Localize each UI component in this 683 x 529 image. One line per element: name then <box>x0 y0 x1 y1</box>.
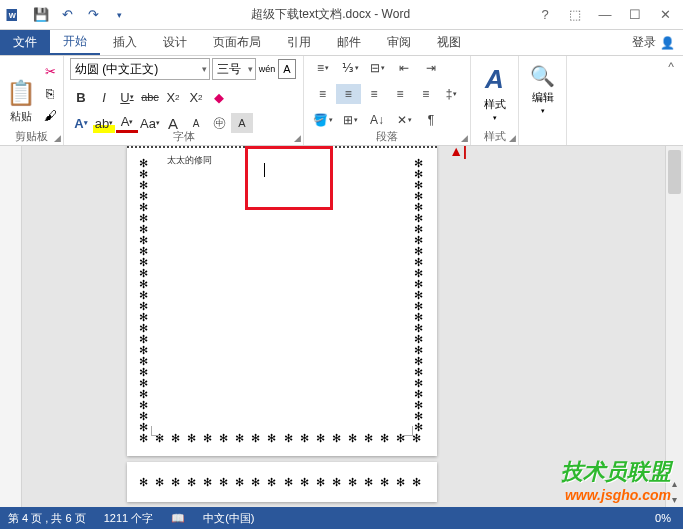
page-4: 太太的修同 ▲| ✻ ✻ ✻ ✻ ✻ ✻ ✻ ✻ ✻ ✻ ✻ ✻ ✻ ✻ ✻ ✻… <box>127 146 437 456</box>
group-editing: 🔍 编辑 ▾ <box>519 56 567 145</box>
decrease-indent-button[interactable]: ⇤ <box>391 58 417 78</box>
bullets-button[interactable]: ≡▾ <box>310 58 336 78</box>
help-icon[interactable]: ? <box>531 4 559 26</box>
ribbon-tabs: 文件 开始 插入 设计 页面布局 引用 邮件 审阅 视图 登录 👤 <box>0 30 683 56</box>
font-dialog-launcher[interactable]: ◢ <box>294 133 301 143</box>
group-clipboard: 📋 粘贴 ✂ ⎘ 🖌 剪贴板 ◢ <box>0 56 64 145</box>
group-editing-label <box>519 143 566 145</box>
align-left-button[interactable]: ≡ <box>310 84 335 104</box>
font-size-combo[interactable]: 三号 ▾ <box>212 58 256 80</box>
quick-access-toolbar: 💾 ↶ ↷ ▾ <box>28 4 130 26</box>
paste-label: 粘贴 <box>10 109 32 124</box>
justify-button[interactable]: ≡ <box>387 84 412 104</box>
subscript-button[interactable]: X2 <box>162 87 184 107</box>
window-controls: ? ⬚ — ☐ ✕ <box>531 4 683 26</box>
strikethrough-button[interactable]: abc <box>139 87 161 107</box>
group-font: 幼圆 (中文正文) ▾ 三号 ▾ wén A B I U▾ abc X2 X2 … <box>64 56 304 145</box>
status-proofing-icon[interactable]: 📖 <box>171 512 185 525</box>
font-size-value: 三号 <box>217 61 241 78</box>
scroll-thumb[interactable] <box>668 150 681 194</box>
tab-file[interactable]: 文件 <box>0 30 50 55</box>
qat-customize-icon[interactable]: ▾ <box>108 4 130 26</box>
tab-review[interactable]: 审阅 <box>374 30 424 55</box>
shading-button[interactable]: 🪣▾ <box>310 110 336 130</box>
align-right-button[interactable]: ≡ <box>362 84 387 104</box>
sort-button[interactable]: A↓ <box>364 110 390 130</box>
char-border-icon[interactable]: A <box>278 59 296 79</box>
format-painter-icon[interactable]: 🖌 <box>40 106 60 124</box>
title-bar: W 💾 ↶ ↷ ▾ 超级下载text文档.docx - Word ? ⬚ — ☐… <box>0 0 683 30</box>
group-styles: A 样式 ▾ 样式 ◢ <box>471 56 519 145</box>
status-page[interactable]: 第 4 页 , 共 6 页 <box>8 511 86 526</box>
save-icon[interactable]: 💾 <box>30 4 52 26</box>
clipboard-dialog-launcher[interactable]: ◢ <box>54 133 61 143</box>
word-app-icon: W <box>0 0 28 30</box>
sign-in-button[interactable]: 登录 👤 <box>624 30 683 55</box>
styles-icon: A <box>485 64 504 95</box>
text-cursor <box>264 163 265 177</box>
tab-layout[interactable]: 页面布局 <box>200 30 274 55</box>
show-marks-button[interactable]: ¶ <box>418 110 444 130</box>
binoculars-icon: 🔍 <box>530 64 555 88</box>
clear-format-icon[interactable]: ◆ <box>208 87 230 107</box>
distributed-button[interactable]: ≡ <box>413 84 438 104</box>
close-icon[interactable]: ✕ <box>651 4 679 26</box>
redo-icon[interactable]: ↷ <box>82 4 104 26</box>
sign-in-label: 登录 <box>632 34 656 51</box>
increase-indent-button[interactable]: ⇥ <box>418 58 444 78</box>
ribbon-display-icon[interactable]: ⬚ <box>561 4 589 26</box>
font-family-value: 幼圆 (中文正文) <box>75 61 158 78</box>
ribbon: 📋 粘贴 ✂ ⎘ 🖌 剪贴板 ◢ 幼圆 (中文正文) ▾ 三号 ▾ <box>0 56 683 146</box>
group-font-label: 字体 <box>64 128 303 145</box>
numbering-button[interactable]: ⅓▾ <box>337 58 363 78</box>
scroll-down-icon[interactable]: ▾ <box>666 491 683 507</box>
italic-button[interactable]: I <box>93 87 115 107</box>
borders-button[interactable]: ⊞▾ <box>337 110 363 130</box>
tab-view[interactable]: 视图 <box>424 30 474 55</box>
styles-label: 样式 <box>484 97 506 112</box>
phonetic-guide-icon[interactable]: wén <box>258 59 276 79</box>
group-paragraph: ≡▾ ⅓▾ ⊟▾ ⇤ ⇥ ≡ ≡ ≡ ≡ ≡ ‡▾ 🪣▾ ⊞▾ A↓ ✕▾ ¶ <box>304 56 471 145</box>
status-words[interactable]: 1211 个字 <box>104 511 154 526</box>
tab-mailings[interactable]: 邮件 <box>324 30 374 55</box>
annotation-red-box <box>245 146 333 210</box>
page-5: ✻ ✻ ✻ ✻ ✻ ✻ ✻ ✻ ✻ ✻ ✻ ✻ ✻ ✻ ✻ ✻ ✻ ✻ ✻ ✻ … <box>127 462 437 502</box>
tab-home[interactable]: 开始 <box>50 30 100 55</box>
collapse-ribbon-icon[interactable]: ^ <box>668 60 674 74</box>
maximize-icon[interactable]: ☐ <box>621 4 649 26</box>
chevron-down-icon: ▾ <box>248 64 253 74</box>
text-direction-button[interactable]: ✕▾ <box>391 110 417 130</box>
document-area: 太太的修同 ▲| ✻ ✻ ✻ ✻ ✻ ✻ ✻ ✻ ✻ ✻ ✻ ✻ ✻ ✻ ✻ ✻… <box>0 146 683 507</box>
status-zoom[interactable]: 0% <box>655 512 675 524</box>
document-canvas[interactable]: 太太的修同 ▲| ✻ ✻ ✻ ✻ ✻ ✻ ✻ ✻ ✻ ✻ ✻ ✻ ✻ ✻ ✻ ✻… <box>22 146 665 507</box>
underline-button[interactable]: U▾ <box>116 87 138 107</box>
chevron-down-icon: ▾ <box>202 64 207 74</box>
multilevel-button[interactable]: ⊟▾ <box>364 58 390 78</box>
bold-button[interactable]: B <box>70 87 92 107</box>
user-icon: 👤 <box>660 36 675 50</box>
font-family-combo[interactable]: 幼圆 (中文正文) ▾ <box>70 58 210 80</box>
styles-dialog-launcher[interactable]: ◢ <box>509 133 516 143</box>
minimize-icon[interactable]: — <box>591 4 619 26</box>
styles-button[interactable]: A 样式 ▾ <box>484 58 506 122</box>
undo-icon[interactable]: ↶ <box>56 4 78 26</box>
align-center-button[interactable]: ≡ <box>336 84 361 104</box>
paragraph-dialog-launcher[interactable]: ◢ <box>461 133 468 143</box>
tab-references[interactable]: 引用 <box>274 30 324 55</box>
find-button[interactable]: 🔍 编辑 ▾ <box>530 58 555 115</box>
copy-icon[interactable]: ⎘ <box>40 84 60 102</box>
cut-icon[interactable]: ✂ <box>40 62 60 80</box>
status-bar: 第 4 页 , 共 6 页 1211 个字 📖 中文(中国) 0% <box>0 507 683 529</box>
paste-icon: 📋 <box>6 79 36 107</box>
tab-design[interactable]: 设计 <box>150 30 200 55</box>
tracked-change-mark: ▲| <box>449 146 467 159</box>
vertical-scrollbar[interactable]: ▴ ▾ <box>665 146 683 507</box>
tab-insert[interactable]: 插入 <box>100 30 150 55</box>
superscript-button[interactable]: X2 <box>185 87 207 107</box>
status-language[interactable]: 中文(中国) <box>203 511 254 526</box>
scroll-up-icon[interactable]: ▴ <box>666 475 683 491</box>
editing-label: 编辑 <box>532 90 554 105</box>
vertical-ruler <box>0 146 22 507</box>
group-paragraph-label: 段落 <box>304 128 470 145</box>
line-spacing-button[interactable]: ‡▾ <box>439 84 464 104</box>
